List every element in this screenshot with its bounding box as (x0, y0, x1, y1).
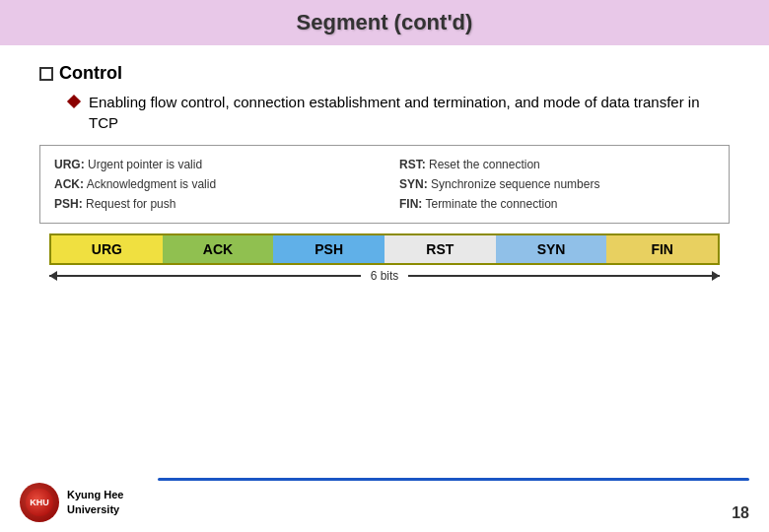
arrow-left-icon (49, 275, 361, 277)
info-table: URG: Urgent pointer is valid RST: Reset … (39, 145, 730, 224)
bit-psh: PSH (273, 235, 384, 263)
info-syn: SYN: Synchronize sequence numbers (399, 175, 715, 193)
checkbox-icon (39, 67, 53, 81)
page-number: 18 (732, 504, 749, 522)
info-psh: PSH: Request for push (54, 195, 370, 213)
title-bar: Segment (cont'd) (0, 0, 769, 45)
bit-urg: URG (51, 235, 163, 263)
info-urg: URG: Urgent pointer is valid (54, 156, 370, 173)
bit-rst: RST (384, 235, 496, 263)
slide: Segment (cont'd) Control Enabling flow c… (0, 0, 769, 532)
bit-syn: SYN (496, 235, 607, 263)
bullet-item: Enabling flow control, connection establ… (69, 92, 730, 133)
arrow-right-icon (408, 275, 720, 277)
bit-ack: ACK (163, 235, 274, 263)
info-rst: RST: Reset the connection (399, 156, 715, 173)
bits-diagram: URG ACK PSH RST SYN FIN 6 bits (39, 233, 730, 283)
logo-circle: KHU (20, 483, 59, 522)
bit-fin: FIN (606, 235, 718, 263)
section-heading: Control (39, 63, 730, 84)
footer-line (158, 478, 749, 481)
bits-row: URG ACK PSH RST SYN FIN (49, 233, 720, 265)
info-ack: ACK: Acknowledgment is valid (54, 175, 370, 193)
bullet-text: Enabling flow control, connection establ… (89, 92, 730, 133)
university-name: Kyung Hee University (67, 488, 123, 518)
footer: KHU Kyung Hee University 18 (0, 473, 769, 532)
logo-inner: KHU (26, 489, 53, 516)
diamond-bullet-icon (67, 95, 81, 108)
section-label: Control (59, 63, 122, 84)
info-fin: FIN: Terminate the connection (399, 195, 715, 213)
bits-label: 6 bits (361, 269, 409, 283)
main-content: Control Enabling flow control, connectio… (0, 45, 769, 300)
arrow-row: 6 bits (49, 269, 720, 283)
university-logo: KHU Kyung Hee University (20, 483, 123, 522)
slide-title: Segment (cont'd) (297, 10, 473, 34)
